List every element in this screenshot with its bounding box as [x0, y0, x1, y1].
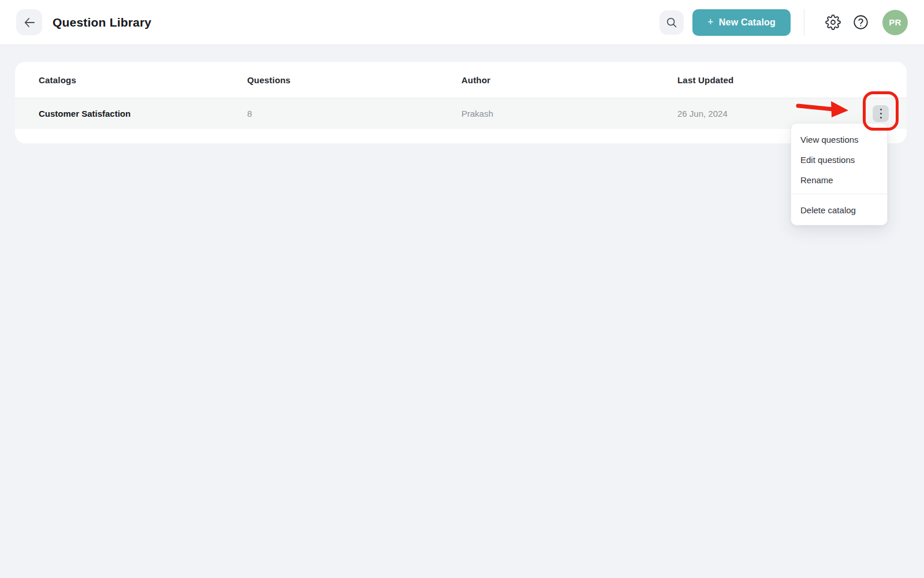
- back-button[interactable]: [16, 9, 42, 35]
- top-bar: Question Library + New Catalog: [0, 0, 924, 45]
- settings-button[interactable]: [822, 12, 843, 33]
- menu-divider: [791, 194, 887, 194]
- page-title: Question Library: [53, 16, 151, 29]
- plus-icon: +: [707, 16, 714, 28]
- search-button[interactable]: [660, 10, 684, 35]
- menu-item-delete-catalog[interactable]: Delete catalog: [791, 197, 887, 223]
- column-header-author: Author: [461, 75, 677, 85]
- user-avatar[interactable]: PR: [882, 10, 908, 35]
- help-button[interactable]: [850, 12, 871, 33]
- questions-count-cell: 8: [247, 109, 461, 118]
- question-library-page: { "header": { "title": "Question Library…: [0, 0, 924, 578]
- topbar-divider: [804, 9, 804, 36]
- menu-item-edit-questions[interactable]: Edit questions: [791, 150, 887, 170]
- catalog-table-card: Catalogs Questions Author Last Updated C…: [15, 62, 907, 143]
- search-icon: [665, 16, 678, 29]
- table-row[interactable]: Customer Satisfaction 8 Prakash 26 Jun, …: [15, 98, 907, 129]
- row-actions-kebab-button[interactable]: [873, 105, 889, 122]
- column-header-last-updated: Last Updated: [677, 75, 907, 85]
- kebab-dot: [880, 113, 882, 114]
- row-actions-context-menu: View questions Edit questions Rename Del…: [791, 123, 888, 225]
- menu-item-rename[interactable]: Rename: [791, 170, 887, 190]
- column-header-questions: Questions: [247, 75, 461, 85]
- menu-item-view-questions[interactable]: View questions: [791, 129, 887, 150]
- question-circle-icon: [853, 14, 869, 30]
- column-header-catalogs: Catalogs: [39, 75, 247, 85]
- back-arrow-icon: [23, 16, 36, 29]
- author-cell: Prakash: [461, 109, 677, 118]
- table-header-row: Catalogs Questions Author Last Updated: [15, 62, 907, 98]
- catalog-name-cell: Customer Satisfaction: [39, 109, 247, 118]
- kebab-dot: [880, 117, 882, 118]
- new-catalog-button-label: New Catalog: [719, 17, 776, 28]
- kebab-dot: [880, 109, 882, 110]
- new-catalog-button[interactable]: + New Catalog: [692, 9, 791, 36]
- gear-icon: [825, 14, 841, 30]
